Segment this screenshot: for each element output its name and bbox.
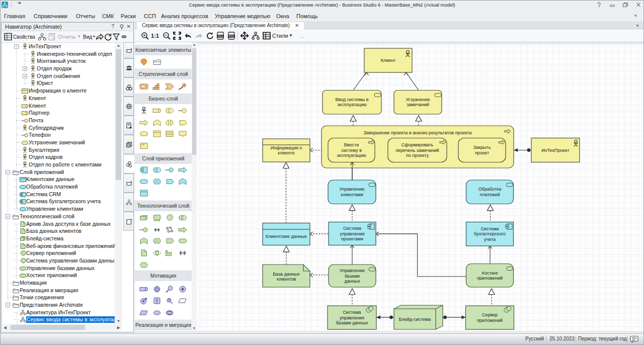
svg-text:Ввести: Ввести xyxy=(344,142,359,147)
svg-text:Управление: Управление xyxy=(339,187,364,192)
svg-text:PNG: PNG xyxy=(229,35,234,38)
svg-text:эксплуатацию: эксплуатацию xyxy=(337,153,366,158)
svg-text:базами: базами xyxy=(345,274,360,279)
svg-text:Сформировать: Сформировать xyxy=(401,142,434,147)
svg-text:Клиентские данные: Клиентские данные xyxy=(266,234,307,239)
svg-text:учета: учета xyxy=(484,237,496,242)
svg-text:Система: Система xyxy=(343,226,361,231)
svg-text:Обработка: Обработка xyxy=(478,187,501,192)
svg-text:замечаний: замечаний xyxy=(407,102,429,107)
svg-text:Система: Система xyxy=(343,310,361,315)
svg-text:Хостинг: Хостинг xyxy=(481,271,499,276)
svg-text:платежей: платежей xyxy=(480,192,500,197)
svg-text:Блейд-система: Блейд-система xyxy=(399,317,431,322)
svg-text:данных: данных xyxy=(344,279,360,284)
svg-text:*: * xyxy=(130,218,132,222)
svg-text:Клиент: Клиент xyxy=(381,58,396,63)
svg-text:Система: Система xyxy=(480,226,499,231)
svg-text:клиентов: клиентов xyxy=(277,277,296,282)
svg-text:эксплуатацию: эксплуатацию xyxy=(337,102,367,107)
svg-text:приложений: приложений xyxy=(477,318,503,323)
svg-text:Завершение проекта и анализ ре: Завершение проекта и анализ результатов … xyxy=(363,130,471,135)
svg-text:проект: проект xyxy=(475,150,489,155)
svg-text:База данных: База данных xyxy=(273,272,300,277)
svg-text:Сервер: Сервер xyxy=(482,312,498,317)
svg-text:клиенте: клиенте xyxy=(278,150,294,155)
svg-text:клиентами: клиентами xyxy=(341,192,363,197)
svg-text:управления: управления xyxy=(340,231,364,236)
svg-text:Устранение: Устранение xyxy=(406,97,430,102)
svg-text:управления: управления xyxy=(340,315,364,320)
svg-text:приложений: приложений xyxy=(477,276,503,281)
svg-text:SVG: SVG xyxy=(218,35,223,38)
svg-text:проектами: проектами xyxy=(341,236,363,241)
svg-text:базами данных: базами данных xyxy=(336,320,368,325)
svg-text:Управление: Управление xyxy=(340,268,365,273)
svg-text:перечень замечаний: перечень замечаний xyxy=(395,148,439,153)
svg-text:ИнТехПроект: ИнТехПроект xyxy=(541,148,569,153)
svg-text:бухгалтерского: бухгалтерского xyxy=(474,231,506,236)
svg-text:Закрыть: Закрыть xyxy=(473,145,491,150)
svg-text:систему в: систему в xyxy=(341,148,362,153)
svg-text:по проекту: по проекту xyxy=(406,153,429,158)
svg-text:Ввод системы в: Ввод системы в xyxy=(335,97,368,102)
svg-text:Информация о: Информация о xyxy=(271,145,302,150)
